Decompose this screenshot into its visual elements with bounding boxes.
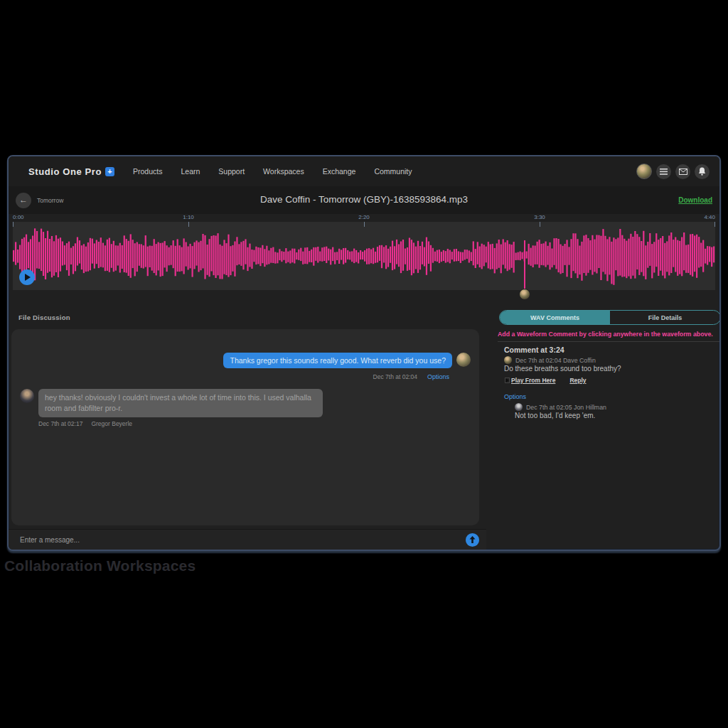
notifications-button[interactable] [695,164,710,179]
nav-item-products[interactable]: Products [133,167,162,176]
time-marker: 3:30 [534,214,545,220]
time-ruler: 0:00 1:10 2:20 3:30 4:40 [13,214,715,222]
brand-logo-text: Studio One Pro [28,166,102,177]
time-marker: 4:40 [704,214,715,220]
chat-message-incoming: hey thanks! obviously I couldn't invest … [20,389,323,417]
avatar [20,389,34,403]
download-link[interactable]: Download [678,196,712,204]
message-meta: Dec 7th at 02:17 Gregor Beyerle [38,420,132,427]
message-options-link[interactable]: Options [427,373,449,380]
nav-item-community[interactable]: Community [374,167,412,176]
play-from-here-label: Play From Here [511,377,555,384]
user-avatar[interactable] [636,164,652,179]
nav-item-exchange[interactable]: Exchange [323,167,356,176]
nav-item-learn[interactable]: Learn [181,167,200,176]
play-icon [505,378,509,382]
avatar [515,403,523,411]
message-timestamp: Dec 7th at 02:17 [38,420,82,427]
messages-button[interactable] [675,164,690,179]
main-nav: Products Learn Support Workspaces Exchan… [133,167,412,176]
waveform[interactable] [13,222,715,290]
stage: Studio One Pro + Products Learn Support … [0,0,728,728]
app-window: Studio One Pro + Products Learn Support … [7,155,721,551]
nav-item-support[interactable]: Support [218,167,245,176]
waveform-comment-instruction: Add a Waveform Comment by clicking anywh… [498,331,713,338]
reply-link[interactable]: Reply [569,377,586,384]
play-from-here-link[interactable]: Play From Here [505,377,555,384]
brand-logo[interactable]: Studio One Pro + [28,166,114,177]
hamburger-icon [660,168,668,175]
play-icon [25,274,31,281]
divider [498,341,721,342]
discussion-heading: File Discussion [18,314,70,321]
comment-author-timestamp: Dec 7th at 02:04 Dave Coffin [515,357,596,364]
waveform-bars [13,222,715,290]
time-marker: 1:10 [183,214,194,220]
message-bubble: Thanks gregor this sounds really good. W… [223,353,452,368]
comment-body: Do these breaths sound too breathy? [504,365,621,373]
chat-message-outgoing: Thanks gregor this sounds really good. W… [223,353,471,368]
message-input[interactable] [20,536,466,544]
file-title: Dave Coffin - Tomorrow (GBY)-1638593864.… [9,194,719,205]
reply-author-timestamp: Dec 7th at 02:05 Jon Hillman [526,404,606,411]
comment-title: Comment at 3:24 [504,346,564,354]
comment-options: Options [504,389,526,402]
message-timestamp: Dec 7th at 02:04 [373,373,417,380]
arrow-up-icon [469,536,476,543]
comment-options-link[interactable]: Options [504,393,526,400]
page-caption: Collaboration Workspaces [4,557,196,574]
reply-body: Not too bad, I'd keep 'em. [515,412,595,419]
time-marker: 2:20 [358,214,370,220]
nav-item-workspaces[interactable]: Workspaces [263,167,304,176]
menu-button[interactable] [656,164,671,179]
bell-icon [698,167,706,176]
message-author: Gregor Beyerle [91,420,132,427]
time-marker: 0:00 [13,214,24,220]
comments-tab-group: WAV Comments File Details [499,310,721,325]
message-bubble: hey thanks! obviously I couldn't invest … [38,389,323,417]
comment-actions: Play From Here Reply [505,377,587,384]
message-meta: Dec 7th at 02:04 Options [373,373,449,380]
avatar [456,353,471,367]
tab-wav-comments[interactable]: WAV Comments [500,311,610,324]
nav-right-group [636,164,710,179]
file-header: ← Tomorrow Dave Coffin - Tomorrow (GBY)-… [9,186,719,214]
top-navbar: Studio One Pro + Products Learn Support … [9,156,719,186]
pin-line [524,240,525,290]
chat-panel: Thanks gregor this sounds really good. W… [11,329,479,525]
play-button[interactable] [19,269,35,285]
reply-meta: Dec 7th at 02:05 Jon Hillman [515,403,606,411]
message-input-bar [9,529,486,550]
pin-avatar[interactable] [519,289,530,300]
send-button[interactable] [466,533,479,547]
tab-file-details[interactable]: File Details [610,311,720,324]
comment-meta: Dec 7th at 02:04 Dave Coffin [504,356,596,364]
plus-badge-icon: + [105,167,114,176]
mail-icon [679,168,687,175]
avatar [504,356,512,364]
